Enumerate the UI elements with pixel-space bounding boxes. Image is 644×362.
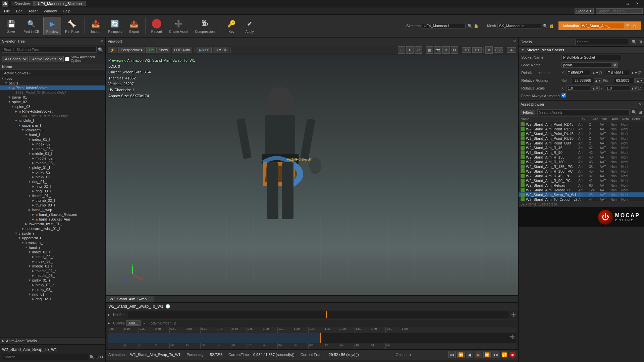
skeleton-tree-container[interactable]: ▼root▼pelvis▼◈PistolHolsterSocket 1911_P… [0, 76, 105, 337]
ab-filters-btn[interactable]: Filters [521, 110, 535, 115]
tree-expand-icon[interactable]: ▶ [31, 199, 35, 202]
tree-expand-icon[interactable]: ▶ [31, 260, 35, 263]
next-frame-btn[interactable]: ⏩ [483, 351, 491, 358]
menu-file[interactable]: File [1, 8, 13, 14]
tree-item[interactable]: ▶index_02_l [0, 142, 105, 146]
tree-expand-icon[interactable]: ▶ [31, 283, 35, 287]
tree-expand-icon[interactable]: ▼ [28, 166, 32, 169]
lit-btn[interactable]: Lit [146, 47, 155, 53]
tree-item[interactable]: ▼ring_01_r [0, 292, 105, 297]
tree-item[interactable]: ▼pelvis [0, 81, 105, 85]
tree-item[interactable]: ▼lowerarm_l [0, 128, 105, 132]
tree-item[interactable]: ▶ring_02_l [0, 184, 105, 189]
vp-scale-icon[interactable]: ⤢ [415, 46, 422, 54]
tree-expand-icon[interactable]: ▶ [31, 175, 35, 179]
active-sockets-dropdown[interactable]: Active Sockets [29, 56, 64, 62]
scale-x-input[interactable] [566, 85, 590, 91]
speed-btn-1[interactable]: ▶ x1.0 [197, 47, 212, 53]
record-button[interactable]: Record [148, 17, 165, 35]
notifies-expand-icon[interactable]: ▶ [108, 313, 112, 316]
import-button[interactable]: 📥 Import [87, 17, 104, 35]
frame-ruler[interactable]: 0369121518212427303336394245485154 [108, 343, 516, 349]
tree-item[interactable]: ▶ring_02_r [0, 297, 105, 301]
bone-name-clear-btn[interactable]: ✕ [612, 62, 618, 68]
roll-spin-icon[interactable]: ▲▼ [594, 78, 602, 83]
tree-item[interactable]: ▼middle_01_r [0, 264, 105, 268]
anim-settings-icon[interactable]: ⚙ [100, 355, 103, 359]
viewport-canvas[interactable]: Previewing Animation W2_Stand_Aim_Swap_T… [106, 55, 518, 295]
viewport-realtime-btn[interactable]: ⚡ [108, 47, 117, 53]
tree-item[interactable]: ▼lowerarm_r [0, 240, 105, 245]
skeleton-input[interactable] [422, 23, 466, 28]
tree-expand-icon[interactable]: ▼ [28, 152, 32, 155]
tree-expand-icon[interactable]: ▶ [31, 142, 35, 146]
ab-search-btn[interactable]: 🔍 [632, 110, 637, 115]
ab-col-reta[interactable]: Reta [622, 117, 632, 121]
minimize-button[interactable]: — [613, 1, 623, 7]
tree-item[interactable]: ▼upperarm_r [0, 236, 105, 240]
play-backward-btn[interactable]: ◀ [466, 351, 473, 358]
tree-item[interactable]: ▼hand_l [0, 132, 105, 137]
bone-name-input[interactable] [561, 62, 612, 68]
tree-expand-icon[interactable]: ▼ [14, 119, 18, 122]
tree-expand-icon[interactable]: ▶ [31, 274, 35, 277]
tree-expand-icon[interactable]: ▼ [28, 293, 32, 296]
tree-item[interactable]: ▶thumb_02_l [0, 198, 105, 203]
tree-item[interactable]: ▶hand_l_wep [0, 207, 105, 212]
show-btn[interactable]: Show [156, 47, 170, 53]
vp-num-1[interactable]: 10 [462, 47, 471, 53]
ab-col-addr[interactable]: Addi [612, 117, 622, 121]
play-btn[interactable]: ▶ [475, 351, 482, 358]
tree-item[interactable]: ▶pinky_03_l [0, 175, 105, 179]
tree-expand-icon[interactable]: ▶ [31, 171, 35, 174]
tree-expand-icon[interactable]: ▼ [7, 86, 11, 89]
tree-expand-icon[interactable]: ▼ [7, 96, 11, 99]
go-end-btn[interactable]: ⏭ [492, 351, 499, 358]
tree-expand-icon[interactable]: ▼ [17, 124, 21, 127]
ab-list-item[interactable]: W2_Stand_Aim_R_180_IPC Ani 45 AAT Noni N… [519, 169, 644, 174]
tree-item[interactable]: ▶thumb_03_l [0, 203, 105, 207]
ab-list-item[interactable]: W2_Stand_Aim_R_45 Ani 42 AAT Noni Noni [519, 145, 644, 150]
ab-col-name[interactable]: Name [521, 117, 582, 121]
vp-num-2[interactable]: 10' [472, 47, 482, 53]
tree-expand-icon[interactable]: ▶ [21, 227, 25, 230]
vp-camera-icon[interactable]: 📷 [434, 46, 441, 54]
ab-search-input[interactable] [537, 109, 630, 115]
tree-expand-icon[interactable]: ▼ [28, 180, 32, 183]
tree-expand-icon[interactable]: ▼ [17, 236, 21, 240]
curves-expand-icon[interactable]: ▶ [108, 321, 112, 325]
tree-expand-icon[interactable]: ▶ [24, 222, 28, 226]
tree-item[interactable]: ▼root [0, 76, 105, 81]
tree-item[interactable]: ▼middle_01_l [0, 151, 105, 156]
tree-item[interactable]: ▶pinky_03_r [0, 287, 105, 292]
skeleton-search-icon[interactable]: 🔍 [468, 24, 472, 28]
roll-input[interactable] [572, 78, 593, 83]
all-bones-dropdown[interactable]: All Bones [2, 56, 28, 62]
tree-item[interactable]: ▶pinky_02_l [0, 170, 105, 175]
ab-grid-icon[interactable]: ⊞ [639, 110, 642, 115]
ab-list-item[interactable]: W2_Stand_Aim_R_90 Ani 42 AAT Noni Noni [519, 150, 644, 155]
tree-item[interactable]: ▼clavicle_l [0, 118, 105, 123]
anim-search-icon[interactable]: 🔍 [90, 355, 94, 359]
anim-ruler[interactable]: 0.000.100.200.300.400.500.600.700.800.90… [108, 327, 516, 333]
tree-item[interactable]: ▶middle_02_l [0, 156, 105, 161]
tree-item[interactable]: ▶lowerarm_twist_01_l [0, 222, 105, 226]
tree-expand-icon[interactable]: ▼ [28, 250, 32, 254]
menu-edit[interactable]: Edit [13, 8, 25, 14]
tree-item[interactable]: ▶ring_03_l [0, 189, 105, 193]
tree-expand-icon[interactable]: ▼ [28, 279, 32, 282]
tree-item[interactable]: ▶◈RifleHolsterSocket [0, 109, 105, 114]
loc-y-input[interactable] [605, 70, 629, 75]
lod-btn[interactable]: LOD Auto [172, 47, 193, 53]
tree-item[interactable]: ▼spine_02 [0, 100, 105, 104]
tree-item[interactable]: ▶upperarm_twist_01_l [0, 226, 105, 231]
go-start-btn[interactable]: ⏮ [448, 351, 456, 358]
vp-num-4[interactable]: 4 [507, 47, 516, 53]
tree-item[interactable]: ▶pinky_02_r [0, 283, 105, 287]
find-cb-button[interactable]: 🔍 Find in CB [21, 17, 42, 35]
vp-pencil-icon[interactable]: ✏ [485, 46, 493, 54]
sms-expand-icon[interactable]: ▼ [521, 48, 525, 52]
anim-view-icon[interactable]: ⊞ [96, 355, 99, 359]
tab-animation[interactable]: Animation 🔍 🔒 [558, 21, 641, 30]
anim-search-input[interactable] [2, 354, 88, 360]
